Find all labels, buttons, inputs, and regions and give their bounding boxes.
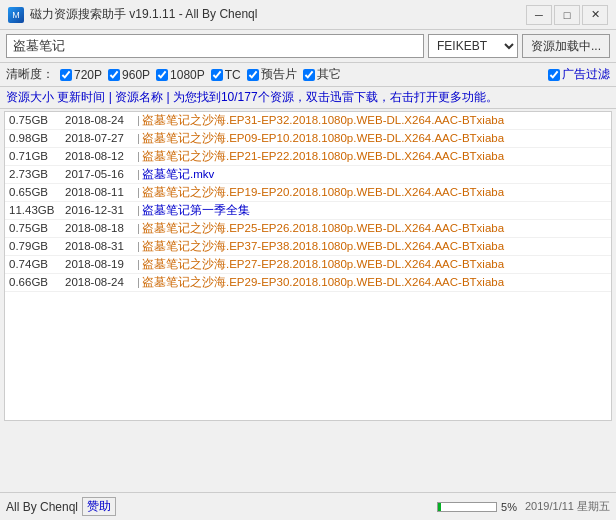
results-area[interactable]: 0.75GB 2018-08-24 | 盗墓笔记之沙海.EP31-EP32.20… xyxy=(4,111,612,421)
progress-bar xyxy=(437,502,497,512)
col-separator: | xyxy=(137,276,140,288)
col-size: 0.71GB xyxy=(9,150,65,162)
col-separator: | xyxy=(137,204,140,216)
col-size: 0.66GB xyxy=(9,276,65,288)
col-name: 盗墓笔记之沙海.EP25-EP26.2018.1080p.WEB-DL.X264… xyxy=(142,221,607,236)
col-size: 11.43GB xyxy=(9,204,65,216)
col-date: 2018-08-19 xyxy=(65,258,135,270)
filter-row: 清晰度： 720P 960P 1080P TC 预告片 其它 广告过滤 xyxy=(0,63,616,87)
col-separator: | xyxy=(137,240,140,252)
search-button[interactable]: 资源加载中... xyxy=(522,34,610,58)
table-row[interactable]: 2.73GB 2017-05-16 | 盗墓笔记.mkv xyxy=(5,166,611,184)
ad-filter[interactable]: 广告过滤 xyxy=(548,66,610,83)
col-name: 盗墓笔记之沙海.EP21-EP22.2018.1080p.WEB-DL.X264… xyxy=(142,149,607,164)
col-name: 盗墓笔记之沙海.EP19-EP20.2018.1080p.WEB-DL.X264… xyxy=(142,185,607,200)
col-separator: | xyxy=(137,186,140,198)
title-bar-controls: ─ □ ✕ xyxy=(526,5,608,25)
datetime: 2019/1/11 星期五 xyxy=(525,499,610,514)
col-date: 2018-08-24 xyxy=(65,276,135,288)
filter-trailer[interactable]: 预告片 xyxy=(247,66,297,83)
col-name: 盗墓笔记之沙海.EP31-EP32.2018.1080p.WEB-DL.X264… xyxy=(142,113,607,128)
col-date: 2018-08-12 xyxy=(65,150,135,162)
col-size: 0.79GB xyxy=(9,240,65,252)
col-date: 2018-08-31 xyxy=(65,240,135,252)
title-bar: M 磁力资源搜索助手 v19.1.11 - All By Chenql ─ □ … xyxy=(0,0,616,30)
table-row[interactable]: 0.75GB 2018-08-18 | 盗墓笔记之沙海.EP25-EP26.20… xyxy=(5,220,611,238)
info-bar: 资源大小 更新时间 | 资源名称 | 为您找到10/177个资源，双击迅雷下载，… xyxy=(0,87,616,109)
app-icon: M xyxy=(8,7,24,23)
col-date: 2018-08-11 xyxy=(65,186,135,198)
col-name: 盗墓笔记之沙海.EP29-EP30.2018.1080p.WEB-DL.X264… xyxy=(142,275,607,290)
clarity-label: 清晰度： xyxy=(6,66,54,83)
filter-720p[interactable]: 720P xyxy=(60,68,102,82)
source-select[interactable]: FEIKEBT 其他源 xyxy=(428,34,518,58)
col-separator: | xyxy=(137,258,140,270)
maximize-button[interactable]: □ xyxy=(554,5,580,25)
col-size: 0.74GB xyxy=(9,258,65,270)
col-size: 0.75GB xyxy=(9,222,65,234)
table-row[interactable]: 11.43GB 2016-12-31 | 盗墓笔记第一季全集 xyxy=(5,202,611,220)
col-date: 2018-07-27 xyxy=(65,132,135,144)
col-name: 盗墓笔记第一季全集 xyxy=(142,203,607,218)
col-name: 盗墓笔记之沙海.EP09-EP10.2018.1080p.WEB-DL.X264… xyxy=(142,131,607,146)
col-separator: | xyxy=(137,222,140,234)
col-name: 盗墓笔记.mkv xyxy=(142,167,607,182)
progress-area: 5% xyxy=(437,501,517,513)
window-title: 磁力资源搜索助手 v19.1.11 - All By Chenql xyxy=(30,6,257,23)
col-size: 0.65GB xyxy=(9,186,65,198)
table-row[interactable]: 0.75GB 2018-08-24 | 盗墓笔记之沙海.EP31-EP32.20… xyxy=(5,112,611,130)
bottom-bar: All By Chenql 赞助 5% 2019/1/11 星期五 xyxy=(0,492,616,520)
minimize-button[interactable]: ─ xyxy=(526,5,552,25)
table-row[interactable]: 0.79GB 2018-08-31 | 盗墓笔记之沙海.EP37-EP38.20… xyxy=(5,238,611,256)
table-row[interactable]: 0.71GB 2018-08-12 | 盗墓笔记之沙海.EP21-EP22.20… xyxy=(5,148,611,166)
app-label: All By Chenql xyxy=(6,500,78,514)
col-size: 0.98GB xyxy=(9,132,65,144)
col-date: 2018-08-24 xyxy=(65,114,135,126)
bottom-right: 5% 2019/1/11 星期五 xyxy=(437,499,610,514)
search-area: FEIKEBT 其他源 资源加载中... xyxy=(0,30,616,63)
bottom-left: All By Chenql 赞助 xyxy=(6,497,116,516)
col-separator: | xyxy=(137,114,140,126)
col-date: 2018-08-18 xyxy=(65,222,135,234)
col-separator: | xyxy=(137,132,140,144)
info-text: 资源大小 更新时间 | 资源名称 | 为您找到10/177个资源，双击迅雷下载，… xyxy=(6,90,498,104)
col-date: 2016-12-31 xyxy=(65,204,135,216)
help-link[interactable]: 赞助 xyxy=(82,497,116,516)
table-row[interactable]: 0.66GB 2018-08-24 | 盗墓笔记之沙海.EP29-EP30.20… xyxy=(5,274,611,292)
col-separator: | xyxy=(137,150,140,162)
close-button[interactable]: ✕ xyxy=(582,5,608,25)
title-bar-left: M 磁力资源搜索助手 v19.1.11 - All By Chenql xyxy=(8,6,257,23)
col-separator: | xyxy=(137,168,140,180)
col-name: 盗墓笔记之沙海.EP27-EP28.2018.1080p.WEB-DL.X264… xyxy=(142,257,607,272)
table-row[interactable]: 0.98GB 2018-07-27 | 盗墓笔记之沙海.EP09-EP10.20… xyxy=(5,130,611,148)
col-date: 2017-05-16 xyxy=(65,168,135,180)
filter-960p[interactable]: 960P xyxy=(108,68,150,82)
table-row[interactable]: 0.65GB 2018-08-11 | 盗墓笔记之沙海.EP19-EP20.20… xyxy=(5,184,611,202)
table-row[interactable]: 0.74GB 2018-08-19 | 盗墓笔记之沙海.EP27-EP28.20… xyxy=(5,256,611,274)
filter-other[interactable]: 其它 xyxy=(303,66,341,83)
col-size: 0.75GB xyxy=(9,114,65,126)
filter-1080p[interactable]: 1080P xyxy=(156,68,205,82)
progress-fill xyxy=(438,503,441,511)
progress-text: 5% xyxy=(501,501,517,513)
search-input[interactable] xyxy=(6,34,424,58)
filter-tc[interactable]: TC xyxy=(211,68,241,82)
col-name: 盗墓笔记之沙海.EP37-EP38.2018.1080p.WEB-DL.X264… xyxy=(142,239,607,254)
col-size: 2.73GB xyxy=(9,168,65,180)
